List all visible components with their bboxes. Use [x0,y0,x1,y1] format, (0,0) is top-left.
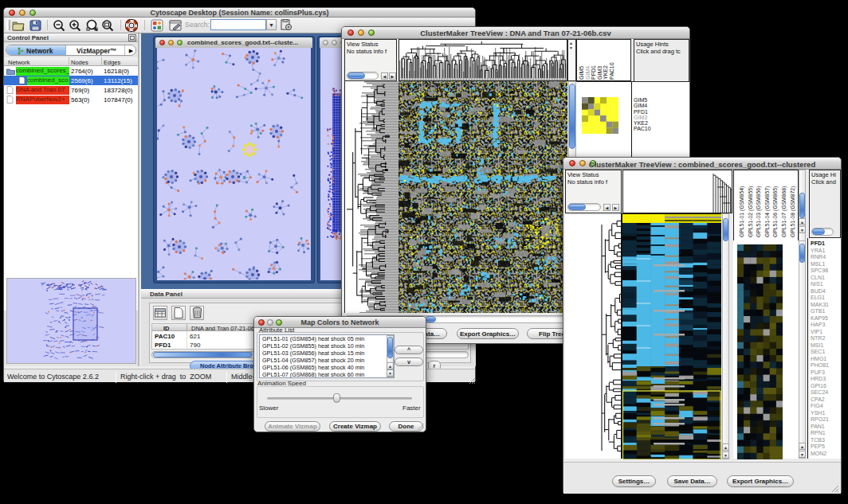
svg-text:GPL51-02 (GSM855): GPL51-02 (GSM855) [748,186,754,237]
svg-text:PFD1: PFD1 [591,65,596,80]
svg-text:GPL51-07 (GSM868): GPL51-07 (GSM868) [781,186,787,237]
svg-text:GPL51-06 (GSM865): GPL51-06 (GSM865) [772,186,779,237]
svg-text:GPL51-08 (GSM872): GPL51-08 (GSM872) [790,186,796,237]
svg-text:GPL51-03 (GSM856): GPL51-03 (GSM856) [756,186,762,237]
svg-text:GIM5: GIM5 [579,66,584,80]
svg-text:PAC10: PAC10 [609,62,614,80]
svg-text:GPL51-01 (GSM854): GPL51-01 (GSM854) [739,186,745,237]
svg-text:GPL51-04 (GSM857): GPL51-04 (GSM857) [764,186,771,237]
svg-text:GIM4: GIM4 [585,66,591,80]
svg-text:YKE2: YKE2 [603,65,608,80]
svg-text:GIM3: GIM3 [597,66,603,80]
